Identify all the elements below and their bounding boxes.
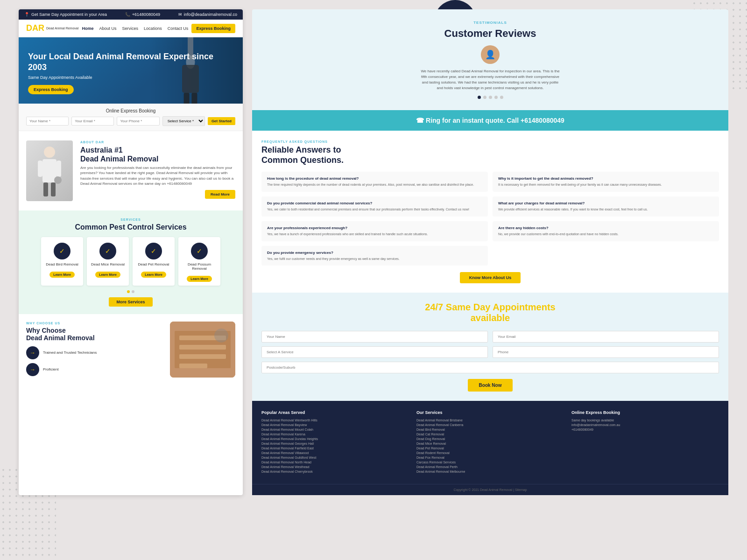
faq-item-5: Are your professionals experienced enoug…: [261, 221, 488, 241]
learn-more-pet-button[interactable]: Learn More: [141, 272, 166, 278]
footer-service-7[interactable]: Dead Pet Removal: [416, 447, 564, 450]
footer-link-10[interactable]: Dead Animal Removal North Head: [261, 461, 409, 464]
faq-answer-1: The time required highly depends on the …: [267, 182, 482, 187]
service-title-pet: Dead Pet Removal: [135, 262, 172, 266]
review-dot-1[interactable]: [478, 96, 481, 99]
faq-item-4: What are your charges for dead animal re…: [493, 196, 719, 217]
footer-link-1[interactable]: Dead Animal Removal Wentworth Hills: [261, 419, 409, 422]
footer-service-6[interactable]: Dead Mice Removal: [416, 442, 564, 445]
nav-contact[interactable]: Contact Us: [168, 26, 189, 31]
booking-service-select[interactable]: Select Service *: [162, 116, 205, 126]
testimonials-heading: Customer Reviews: [261, 28, 719, 40]
hero-express-booking-button[interactable]: Express Booking: [28, 85, 74, 94]
footer-services-heading: Our Services: [416, 410, 564, 415]
footer-service-2[interactable]: Dead Animal Removal Canberra: [416, 423, 564, 427]
review-dot-2[interactable]: [483, 96, 486, 99]
about-section: ABOUT DAR Australia #1 Dead Animal Remov…: [19, 131, 243, 210]
appt-postcode-input[interactable]: [261, 362, 719, 373]
booking-phone-input[interactable]: [117, 117, 159, 126]
service-title-bird: Dead Bird Removal: [44, 262, 80, 266]
appt-row-2: [261, 346, 719, 358]
service-icon-possum: ✓: [191, 243, 208, 259]
faq-question-3: Do you provide commercial dead animal re…: [267, 201, 482, 205]
faq-item-7: Do you provide emergency services? Yes, …: [261, 246, 488, 266]
read-more-button[interactable]: Read More: [205, 190, 235, 199]
why-section: WHY CHOOSE US Why Choose Dead Animal Rem…: [19, 314, 243, 387]
footer-link-4[interactable]: Dead Animal Removal Karena: [261, 433, 409, 436]
nav-home[interactable]: Home: [82, 26, 94, 31]
faq-question-4: What are your charges for dead animal re…: [498, 201, 713, 205]
nav-about[interactable]: About Us: [99, 26, 117, 31]
footer-col-areas: Popular Areas Served Dead Animal Removal…: [261, 410, 409, 475]
svg-rect-3: [184, 93, 190, 104]
svg-rect-15: [179, 345, 226, 350]
logo-text: DAR: [26, 23, 44, 33]
appt-service-input[interactable]: [261, 346, 488, 358]
booking-name-input[interactable]: [26, 117, 69, 126]
phone-icon: 📞: [125, 12, 130, 17]
learn-more-possum-button[interactable]: Learn More: [187, 276, 212, 282]
learn-more-bird-button[interactable]: Learn More: [49, 272, 75, 278]
carousel-dot-1[interactable]: [127, 290, 130, 293]
logo: DAR Dead Animal Removal: [26, 23, 78, 33]
about-content: ABOUT DAR Australia #1 Dead Animal Remov…: [80, 140, 235, 199]
appointments-prefix: 24/7 Same Day: [425, 302, 490, 312]
footer-same-day: Same day bookings available: [571, 419, 719, 422]
footer-link-9[interactable]: Dead Animal Removal Guildford West: [261, 456, 409, 459]
why-label: WHY CHOOSE US: [26, 322, 164, 325]
nav-services[interactable]: Services: [122, 26, 139, 31]
footer-link-7[interactable]: Dead Animal Removal Fairfield East: [261, 447, 409, 450]
get-started-button[interactable]: Get Started: [208, 117, 235, 125]
location-text: Get Same Day Appointment in your Area: [31, 12, 107, 17]
phone-text: +61480080049: [132, 12, 160, 17]
footer-link-5[interactable]: Dead Animal Removal Dundas Heights: [261, 437, 409, 441]
footer-service-1[interactable]: Dead Animal Removal Brisbane: [416, 419, 564, 422]
footer-phone[interactable]: +61480080049: [571, 428, 719, 431]
appointments-section: 24/7 Same Day Appointments available Boo…: [252, 293, 728, 401]
about-image: [26, 140, 73, 201]
service-icon-mice: ✓: [99, 243, 116, 259]
learn-more-mice-button[interactable]: Learn More: [95, 272, 120, 278]
footer-service-12[interactable]: Dead Animal Removal Melbourne: [416, 470, 564, 473]
review-dots: [261, 96, 719, 99]
appt-email-input[interactable]: [493, 331, 719, 343]
appt-submit-container: Book Now: [261, 377, 719, 392]
service-card-pet: ✓ Dead Pet Removal Learn More: [133, 237, 175, 286]
footer-link-6[interactable]: Dead Animal Removal Georges Hall: [261, 442, 409, 445]
review-dot-4[interactable]: [494, 96, 498, 99]
more-services-button[interactable]: More Services: [109, 297, 152, 307]
express-booking-nav-button[interactable]: Express Booking: [191, 24, 235, 33]
book-now-button[interactable]: Book Now: [468, 379, 513, 392]
email-bar: ✉ info@deadanimalremoval.co: [178, 12, 237, 17]
faq-item-6: Are there any hidden costs? No, we provi…: [493, 221, 719, 241]
footer-service-4[interactable]: Dead Cat Removal: [416, 433, 564, 436]
know-more-button[interactable]: Know More About Us: [460, 272, 521, 283]
carousel-dot-2[interactable]: [132, 290, 134, 293]
footer-service-5[interactable]: Dead Dog Removal: [416, 437, 564, 441]
appt-phone-input[interactable]: [493, 346, 719, 358]
footer-link-3[interactable]: Dead Animal Removal Mount Colah: [261, 428, 409, 431]
footer-service-9[interactable]: Dead Fox Removal: [416, 456, 564, 459]
booking-email-input[interactable]: [71, 117, 114, 126]
footer-link-8[interactable]: Dead Animal Removal Villawood: [261, 451, 409, 455]
footer-booking-heading: Online Express Booking: [571, 410, 719, 415]
review-dot-5[interactable]: [500, 96, 503, 99]
footer-link-2[interactable]: Dead Animal Removal Bayview: [261, 423, 409, 427]
footer-service-8[interactable]: Dead Rodent Removal: [416, 451, 564, 455]
nav-locations[interactable]: Locations: [144, 26, 162, 31]
why-content: WHY CHOOSE US Why Choose Dead Animal Rem…: [26, 322, 164, 380]
footer-link-12[interactable]: Dead Animal Removal Cherrybrook: [261, 470, 409, 473]
call-bar-text: ☎ Ring for an instant quote. Call +61480…: [416, 117, 564, 124]
email-text: info@deadanimalremoval.co: [184, 12, 237, 17]
footer-link-11[interactable]: Dead Animal Removal Westhead: [261, 465, 409, 469]
faq-answer-4: We provide efficient services at reasona…: [498, 207, 713, 212]
svg-rect-16: [179, 354, 226, 359]
footer-service-3[interactable]: Dead Bird Removal: [416, 428, 564, 431]
review-dot-3[interactable]: [489, 96, 492, 99]
svg-rect-7: [38, 161, 42, 177]
faq-question-2: Why is it important to get the dead anim…: [498, 176, 713, 181]
footer-service-10[interactable]: Carcass Removal Services: [416, 461, 564, 464]
footer-email[interactable]: info@deadanimalremoval.com.au: [571, 423, 719, 427]
appt-name-input[interactable]: [261, 331, 488, 343]
footer-service-11[interactable]: Dead Animal Removal Perth: [416, 465, 564, 469]
